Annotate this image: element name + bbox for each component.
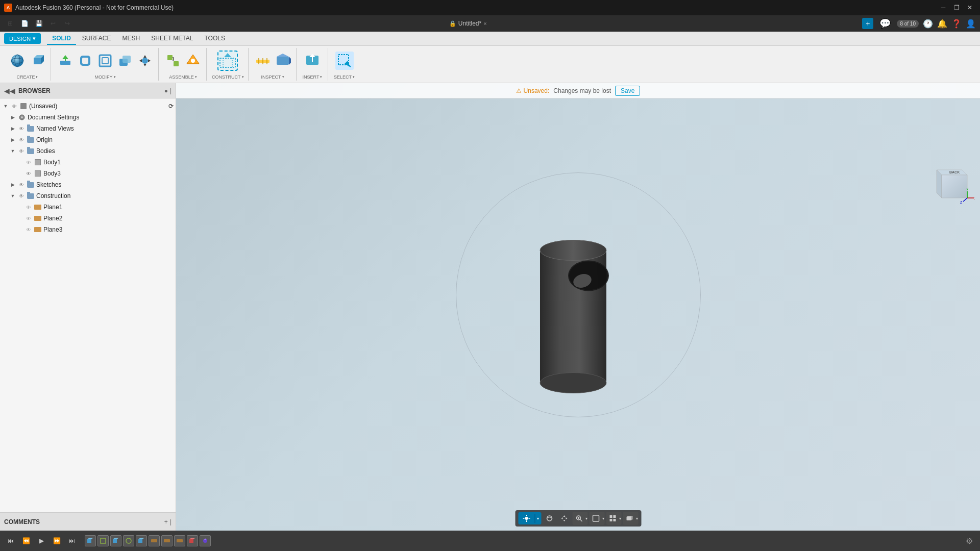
- tab-sheet-metal[interactable]: SHEET METAL: [146, 33, 198, 45]
- minimize-button[interactable]: ─: [937, 3, 949, 13]
- body3-vis[interactable]: 👁: [25, 170, 32, 177]
- bodies-expand[interactable]: ▼: [9, 147, 16, 155]
- inspect-button[interactable]: [274, 52, 292, 70]
- tree-construction[interactable]: ▼ 👁 Construction: [0, 190, 176, 202]
- bell-icon[interactable]: 🔔: [937, 19, 947, 29]
- construction-expand[interactable]: ▼: [9, 192, 16, 199]
- timeline-start-button[interactable]: ⏮: [4, 534, 17, 547]
- orbit-button[interactable]: [543, 512, 556, 525]
- plane2-vis[interactable]: 👁: [25, 215, 32, 222]
- doc-settings-expand[interactable]: ▶: [9, 114, 16, 121]
- origin-vis[interactable]: 👁: [18, 136, 25, 143]
- file-button[interactable]: 📄: [18, 17, 31, 30]
- measure-button[interactable]: [254, 52, 272, 70]
- tree-sketches[interactable]: ▶ 👁 Sketches: [0, 179, 176, 190]
- timeline-step-8[interactable]: [174, 535, 185, 546]
- timeline-step-10[interactable]: [200, 535, 211, 546]
- insert-dropdown-icon[interactable]: ▾: [320, 75, 322, 79]
- tree-origin[interactable]: ▶ 👁 Origin: [0, 134, 176, 145]
- body1-vis[interactable]: 👁: [25, 159, 32, 166]
- tree-bodies[interactable]: ▼ 👁 Bodies: [0, 145, 176, 157]
- tree-root[interactable]: ▼ 👁 (Unsaved) ⟳: [0, 101, 176, 112]
- tree-named-views[interactable]: ▶ 👁 Named Views: [0, 123, 176, 134]
- root-vis-icon[interactable]: 👁: [11, 103, 18, 110]
- tree-plane1[interactable]: 👁 Plane1: [0, 202, 176, 213]
- extrude-button[interactable]: [28, 52, 46, 70]
- viewcube-dropdown-arrow[interactable]: ▾: [636, 516, 638, 521]
- comments-pin-icon[interactable]: |: [170, 518, 172, 525]
- origin-expand[interactable]: ▶: [9, 136, 16, 143]
- grid-dropdown-arrow[interactable]: ▾: [619, 516, 621, 521]
- root-refresh-icon[interactable]: ⟳: [168, 103, 174, 110]
- save-button[interactable]: Save: [615, 86, 640, 96]
- message-icon[interactable]: 💬: [877, 18, 893, 29]
- plane3-vis[interactable]: 👁: [25, 226, 32, 233]
- nav-mode-dropdown[interactable]: ▾: [518, 512, 541, 524]
- select-button[interactable]: [335, 52, 354, 70]
- account-icon[interactable]: 👤: [966, 19, 976, 29]
- design-menu-button[interactable]: DESIGN ▾: [4, 33, 41, 44]
- modify-dropdown-icon[interactable]: ▾: [114, 75, 116, 79]
- timeline-step-5[interactable]: [136, 535, 147, 546]
- tab-tools[interactable]: TOOLS: [199, 33, 230, 45]
- joint-button[interactable]: [164, 52, 182, 70]
- bodies-vis[interactable]: 👁: [18, 147, 25, 155]
- inspect-dropdown-icon[interactable]: ▾: [282, 75, 284, 79]
- tree-plane3[interactable]: 👁 Plane3: [0, 224, 176, 235]
- tab-mesh[interactable]: MESH: [117, 33, 145, 45]
- clock-icon[interactable]: 🕐: [923, 19, 933, 29]
- nav-mode-main[interactable]: [518, 512, 534, 524]
- tree-body1[interactable]: 👁 Body1: [0, 157, 176, 168]
- browser-collapse-icon[interactable]: ◀◀: [4, 87, 15, 95]
- root-expand-icon[interactable]: ▼: [2, 103, 9, 110]
- save-quick-button[interactable]: 💾: [33, 17, 45, 30]
- construct-dropdown-icon[interactable]: ▾: [242, 75, 244, 79]
- apps-button[interactable]: ⊞: [4, 17, 16, 30]
- move-button[interactable]: [136, 52, 154, 70]
- display-dropdown-arrow[interactable]: ▾: [602, 516, 604, 521]
- tree-plane2[interactable]: 👁 Plane2: [0, 213, 176, 224]
- assemble-button[interactable]: [184, 52, 202, 70]
- construct-button[interactable]: [217, 51, 238, 71]
- sketches-expand[interactable]: ▶: [9, 181, 16, 188]
- timeline-step-7[interactable]: [161, 535, 173, 546]
- timeline-prev-button[interactable]: ⏪: [19, 534, 33, 547]
- shell-button[interactable]: [96, 52, 114, 70]
- zoom-button[interactable]: [572, 512, 585, 525]
- close-button[interactable]: ✕: [964, 3, 976, 13]
- tab-solid[interactable]: SOLID: [47, 33, 76, 45]
- tab-surface[interactable]: SURFACE: [77, 33, 116, 45]
- maximize-button[interactable]: ❐: [950, 3, 963, 13]
- comments-add-icon[interactable]: +: [164, 518, 168, 525]
- nav-mode-arrow[interactable]: ▾: [534, 514, 541, 523]
- nav-cube[interactable]: BACK X Y Z: [929, 165, 970, 206]
- sketches-vis[interactable]: 👁: [18, 181, 25, 188]
- select-dropdown-icon[interactable]: ▾: [353, 75, 355, 79]
- plane1-vis[interactable]: 👁: [25, 204, 32, 211]
- timeline-step-1[interactable]: [85, 535, 96, 546]
- nav-cube-svg[interactable]: BACK X Y Z: [929, 165, 975, 211]
- zoom-dropdown-arrow[interactable]: ▾: [585, 516, 587, 521]
- create-dropdown-icon[interactable]: ▾: [36, 75, 38, 79]
- timeline-step-6[interactable]: [149, 535, 160, 546]
- timeline-step-2[interactable]: [97, 535, 109, 546]
- tab-close-icon[interactable]: ×: [483, 20, 486, 27]
- undo-button[interactable]: ↩: [47, 17, 59, 30]
- new-component-button[interactable]: [8, 52, 27, 70]
- named-views-expand[interactable]: ▶: [9, 125, 16, 132]
- timeline-end-button[interactable]: ⏭: [65, 534, 79, 547]
- fillet-button[interactable]: [76, 52, 94, 70]
- timeline-play-button[interactable]: ▶: [35, 534, 48, 547]
- viewport[interactable]: ⚠ Unsaved: Changes may be lost Save: [176, 83, 980, 531]
- browser-pin-icon[interactable]: |: [170, 87, 172, 94]
- redo-button[interactable]: ↪: [61, 17, 74, 30]
- viewcube-button[interactable]: [623, 512, 636, 525]
- new-tab-button[interactable]: +: [862, 18, 873, 29]
- press-pull-button[interactable]: [56, 52, 75, 70]
- insert-button[interactable]: [303, 52, 322, 70]
- tree-document-settings[interactable]: ▶ Document Settings: [0, 112, 176, 123]
- combine-button[interactable]: [116, 52, 134, 70]
- display-mode-button[interactable]: [589, 512, 602, 525]
- timeline-next-button[interactable]: ⏩: [50, 534, 63, 547]
- timeline-settings-button[interactable]: ⚙: [963, 534, 976, 547]
